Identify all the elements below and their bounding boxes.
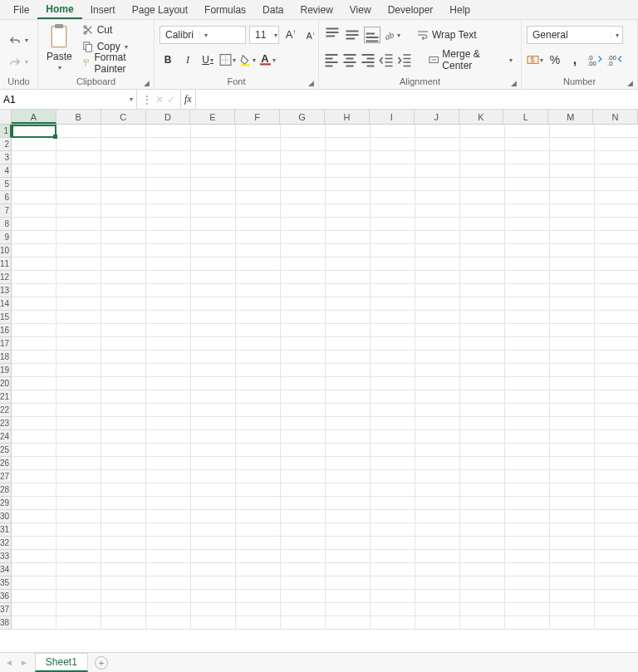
- align-top-button[interactable]: [324, 27, 341, 43]
- cell[interactable]: [326, 151, 371, 164]
- cell[interactable]: [191, 297, 236, 311]
- cell[interactable]: [415, 404, 460, 417]
- cell[interactable]: [460, 603, 505, 616]
- cell[interactable]: [236, 164, 281, 178]
- cell[interactable]: [101, 483, 146, 497]
- cell[interactable]: [460, 457, 505, 470]
- cell[interactable]: [595, 590, 638, 603]
- row-header[interactable]: 34: [0, 563, 12, 576]
- row-header[interactable]: 18: [0, 351, 12, 364]
- cell[interactable]: [12, 590, 56, 603]
- cell[interactable]: [326, 430, 371, 444]
- cell[interactable]: [415, 590, 460, 603]
- cell[interactable]: [281, 603, 326, 616]
- cell[interactable]: [12, 417, 56, 430]
- cell[interactable]: [460, 231, 505, 244]
- cell[interactable]: [191, 483, 236, 497]
- column-header[interactable]: C: [101, 110, 146, 124]
- cell[interactable]: [550, 231, 595, 244]
- cell[interactable]: [236, 430, 281, 444]
- cell[interactable]: [191, 430, 236, 444]
- cell[interactable]: [371, 138, 415, 151]
- cell[interactable]: [101, 218, 146, 231]
- cell[interactable]: [595, 138, 638, 151]
- cell[interactable]: [415, 576, 460, 590]
- cell[interactable]: [101, 324, 146, 337]
- row-header[interactable]: 36: [0, 590, 12, 603]
- cell[interactable]: [281, 364, 326, 377]
- cell[interactable]: [146, 284, 191, 297]
- cell[interactable]: [12, 537, 56, 550]
- cell[interactable]: [595, 364, 638, 377]
- cell[interactable]: [550, 191, 595, 204]
- cell[interactable]: [281, 337, 326, 351]
- cell[interactable]: [415, 151, 460, 164]
- cell[interactable]: [12, 510, 56, 523]
- cell[interactable]: [595, 351, 638, 364]
- cell[interactable]: [550, 271, 595, 284]
- row-header[interactable]: 5: [0, 178, 12, 191]
- cell[interactable]: [550, 364, 595, 377]
- increase-font-button[interactable]: A↑: [282, 27, 299, 43]
- cell[interactable]: [191, 324, 236, 337]
- cell[interactable]: [12, 297, 56, 311]
- cell[interactable]: [236, 351, 281, 364]
- cell[interactable]: [12, 178, 56, 191]
- cell[interactable]: [146, 151, 191, 164]
- row-header[interactable]: 11: [0, 258, 12, 271]
- cell[interactable]: [56, 616, 101, 630]
- cell[interactable]: [191, 470, 236, 483]
- cell[interactable]: [281, 417, 326, 430]
- cell[interactable]: [12, 457, 56, 470]
- column-header[interactable]: K: [459, 110, 504, 124]
- cell[interactable]: [12, 218, 56, 231]
- cell[interactable]: [415, 616, 460, 630]
- cell[interactable]: [281, 125, 326, 138]
- tab-view[interactable]: View: [341, 2, 380, 18]
- cell[interactable]: [371, 271, 415, 284]
- cell[interactable]: [326, 457, 371, 470]
- cell[interactable]: [281, 404, 326, 417]
- cell[interactable]: [460, 125, 505, 138]
- cell[interactable]: [550, 537, 595, 550]
- column-header[interactable]: A: [12, 110, 56, 124]
- cell[interactable]: [415, 138, 460, 151]
- cell[interactable]: [101, 390, 146, 404]
- font-size-combo[interactable]: 11▾: [249, 26, 279, 44]
- cell[interactable]: [191, 563, 236, 576]
- cell[interactable]: [550, 417, 595, 430]
- cell[interactable]: [460, 390, 505, 404]
- cell[interactable]: [12, 550, 56, 563]
- cell[interactable]: [415, 377, 460, 390]
- cell[interactable]: [550, 497, 595, 510]
- cell[interactable]: [281, 191, 326, 204]
- row-header[interactable]: 32: [0, 537, 12, 550]
- cell[interactable]: [191, 351, 236, 364]
- cell[interactable]: [595, 164, 638, 178]
- cell[interactable]: [595, 510, 638, 523]
- cell[interactable]: [236, 417, 281, 430]
- cell[interactable]: [371, 430, 415, 444]
- cut-button[interactable]: Cut: [79, 22, 149, 38]
- cell[interactable]: [56, 125, 101, 138]
- cell[interactable]: [371, 311, 415, 324]
- row-header[interactable]: 33: [0, 550, 12, 563]
- cell[interactable]: [146, 457, 191, 470]
- cell[interactable]: [236, 457, 281, 470]
- cell[interactable]: [505, 457, 550, 470]
- cell[interactable]: [281, 218, 326, 231]
- cell[interactable]: [326, 271, 371, 284]
- cell[interactable]: [550, 218, 595, 231]
- cell[interactable]: [56, 576, 101, 590]
- row-header[interactable]: 6: [0, 191, 12, 204]
- increase-indent-button[interactable]: [397, 52, 412, 68]
- cell[interactable]: [101, 258, 146, 271]
- cell[interactable]: [56, 510, 101, 523]
- row-header[interactable]: 10: [0, 244, 12, 258]
- cell[interactable]: [371, 483, 415, 497]
- cell[interactable]: [146, 324, 191, 337]
- font-launcher-icon[interactable]: ◢: [308, 79, 317, 87]
- cell[interactable]: [371, 404, 415, 417]
- cell[interactable]: [56, 523, 101, 537]
- column-header[interactable]: J: [415, 110, 459, 124]
